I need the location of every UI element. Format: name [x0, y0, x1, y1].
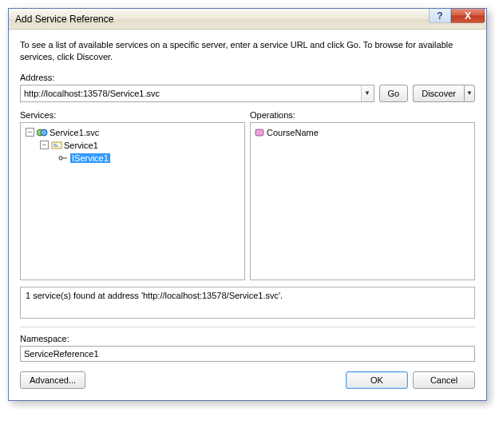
operations-list[interactable]: CourseName	[250, 122, 475, 280]
address-dropdown-button[interactable]: ▼	[361, 85, 374, 101]
svg-rect-2	[52, 142, 61, 149]
ok-button[interactable]: OK	[346, 371, 408, 389]
tree-node-label: IService1	[70, 153, 110, 163]
tree-collapse-icon[interactable]: −	[26, 128, 34, 137]
svg-point-1	[41, 129, 47, 136]
dialog-content: To see a list of available services on a…	[9, 30, 486, 400]
close-button[interactable]: X	[451, 9, 485, 23]
close-icon: X	[465, 10, 471, 22]
add-service-reference-dialog: Add Service Reference ? X To see a list …	[8, 8, 487, 401]
intro-text: To see a list of available services on a…	[20, 39, 475, 63]
address-input[interactable]	[21, 85, 361, 101]
address-label: Address:	[20, 73, 475, 82]
svg-rect-3	[53, 144, 57, 145]
operation-icon	[254, 127, 265, 138]
advanced-button[interactable]: Advanced...	[20, 371, 85, 389]
tree-node-child[interactable]: − Service1	[24, 139, 241, 152]
title-bar: Add Service Reference ? X	[9, 9, 486, 30]
window-title: Add Service Reference	[15, 14, 113, 25]
tree-node-label: Service1	[64, 141, 98, 150]
discover-button[interactable]: Discover	[413, 85, 464, 102]
help-button[interactable]: ?	[429, 9, 451, 23]
svg-point-5	[59, 157, 62, 160]
list-item[interactable]: CourseName	[254, 126, 471, 139]
tree-collapse-icon[interactable]: −	[40, 141, 49, 149]
tree-node-root[interactable]: − Service1.svc	[24, 126, 241, 139]
services-label: Services:	[20, 110, 245, 120]
chevron-down-icon: ▼	[364, 89, 370, 97]
services-tree[interactable]: − Service1.svc − Service1	[20, 122, 245, 280]
operation-name: CourseName	[267, 128, 319, 137]
interface-icon	[57, 153, 69, 164]
operations-label: Operations:	[250, 110, 475, 120]
go-button[interactable]: Go	[379, 85, 409, 102]
service-item-icon	[51, 140, 62, 151]
help-icon: ?	[437, 10, 442, 22]
service-globe-icon	[37, 127, 48, 138]
status-text: 1 service(s) found at address 'http://lo…	[26, 291, 283, 300]
svg-rect-7	[255, 129, 263, 136]
svg-rect-4	[53, 145, 58, 147]
address-combobox[interactable]: ▼	[20, 85, 374, 102]
namespace-label: Namespace:	[20, 334, 475, 343]
status-box: 1 service(s) found at address 'http://lo…	[20, 287, 475, 319]
divider	[20, 327, 475, 327]
discover-dropdown-button[interactable]: ▼	[464, 85, 475, 102]
tree-node-label: Service1.svc	[50, 128, 99, 137]
cancel-button[interactable]: Cancel	[413, 371, 475, 389]
chevron-down-icon: ▼	[466, 89, 473, 97]
tree-node-leaf[interactable]: IService1	[24, 152, 241, 165]
namespace-input[interactable]	[20, 346, 475, 362]
